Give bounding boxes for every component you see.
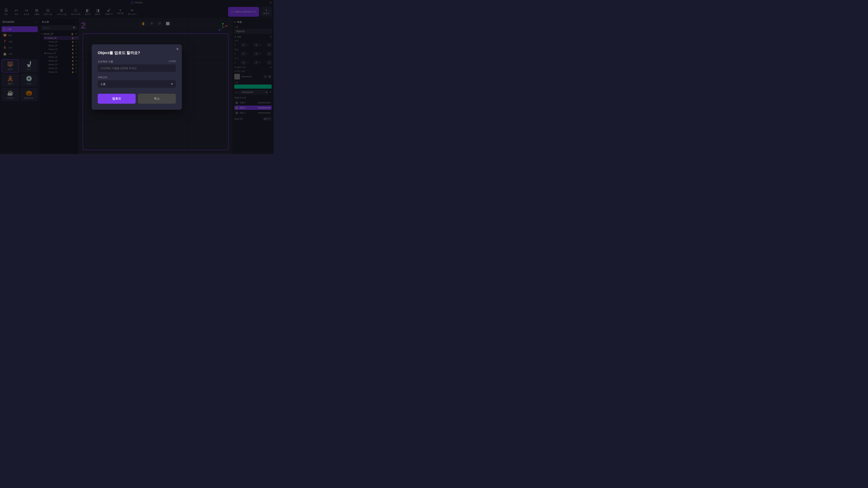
modal-close-button[interactable]: ✕: [176, 47, 179, 51]
name-field-label: 오브젝트 이름 (13/30): [98, 60, 176, 63]
char-count: (13/30): [169, 60, 176, 63]
modal-buttons: 업로드 취소: [98, 94, 176, 104]
modal-cancel-button[interactable]: 취소: [138, 94, 176, 104]
category-label: 카테고리: [98, 76, 176, 79]
upload-modal: ✕ Object를 업로드 할까요? 오브젝트 이름 (13/30) 카테고리 …: [92, 44, 182, 110]
modal-overlay: ✕ Object를 업로드 할까요? 오브젝트 이름 (13/30) 카테고리 …: [0, 0, 274, 154]
category-select[interactable]: 소품: [98, 80, 176, 88]
modal-upload-button[interactable]: 업로드: [98, 94, 136, 104]
modal-title: Object를 업로드 할까요?: [98, 50, 176, 56]
category-wrapper: 소품 ▼: [98, 80, 176, 88]
object-name-input[interactable]: [98, 64, 176, 72]
